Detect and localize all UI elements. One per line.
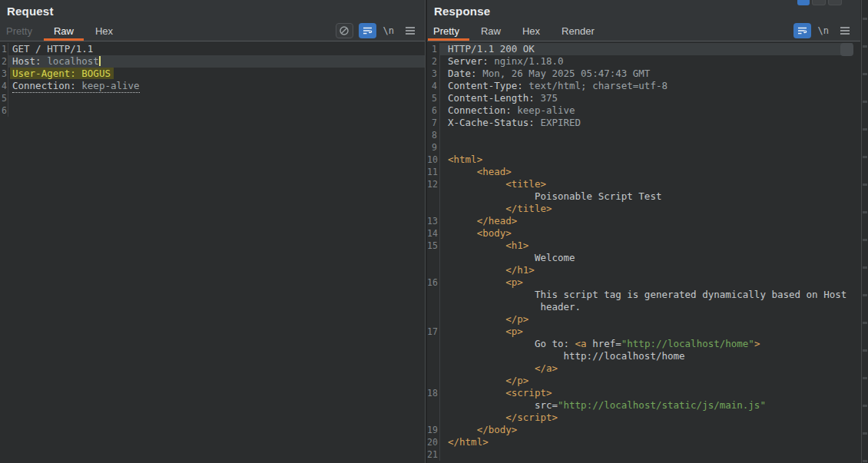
request-tab-hex[interactable]: Hex <box>84 21 124 41</box>
request-tab-raw[interactable]: Raw <box>43 21 84 41</box>
code-line[interactable]: </body> <box>440 424 853 436</box>
code-line[interactable]: Host: localhost <box>8 55 425 68</box>
code-line[interactable]: Go to: <a href="http://localhost/home"> <box>440 338 853 350</box>
code-segment: </h1> <box>505 264 535 276</box>
code-line[interactable]: </p> <box>440 375 853 387</box>
line-number: 18 <box>427 387 440 399</box>
line-number: 20 <box>427 436 440 448</box>
code-line[interactable] <box>8 92 425 104</box>
code-line[interactable]: http://localhost/home <box>440 350 853 362</box>
code-line[interactable]: Connection: keep-alive <box>440 104 853 117</box>
code-segment <box>448 424 477 435</box>
cropped-button-gray-1[interactable] <box>812 0 826 5</box>
code-line[interactable]: <script> <box>440 387 853 399</box>
newline-icon[interactable]: \n <box>817 25 830 36</box>
code-line[interactable]: <head> <box>440 166 853 178</box>
code-line[interactable]: <body> <box>440 227 853 240</box>
scrollbar-marker-strip[interactable] <box>861 0 868 463</box>
request-tabs: Pretty Raw Hex <box>0 21 124 41</box>
newline-icon[interactable]: \n <box>382 25 396 36</box>
response-tab-hex[interactable]: Hex <box>512 21 551 41</box>
scrollbar-thumb[interactable] <box>840 43 853 56</box>
code-segment <box>448 313 505 325</box>
code-segment: </p> <box>505 313 528 325</box>
code-row: 3User-Agent: BOGUS <box>0 68 425 80</box>
code-line[interactable]: header. <box>440 301 853 313</box>
code-segment: GET / HTTP/1.1 <box>12 43 93 55</box>
request-editor[interactable]: 1GET / HTTP/1.12Host: localhost3User-Age… <box>0 41 425 463</box>
code-segment: header. <box>448 301 581 313</box>
code-line[interactable]: src="http://localhost/static/js/main.js" <box>440 399 853 412</box>
line-number: 16 <box>427 276 440 289</box>
code-segment: <script> <box>505 387 552 399</box>
code-line[interactable]: <html> <box>440 154 853 166</box>
code-line[interactable]: Server: nginx/1.18.0 <box>440 55 853 68</box>
code-row: header. <box>427 301 853 313</box>
non-printable-toggle-icon[interactable] <box>336 23 353 38</box>
code-segment <box>448 412 505 423</box>
code-line[interactable]: Connection: keep-alive <box>8 80 425 92</box>
cropped-button-blue[interactable] <box>797 0 810 5</box>
code-row: 2Server: nginx/1.18.0 <box>427 55 853 68</box>
response-tab-raw[interactable]: Raw <box>470 21 512 41</box>
code-segment: <body> <box>477 227 512 239</box>
line-number <box>427 375 440 387</box>
cropped-button-gray-2[interactable] <box>828 0 842 5</box>
code-line[interactable]: </title> <box>440 203 853 215</box>
code-segment: </a> <box>535 362 558 374</box>
code-segment: Welcome <box>448 252 575 263</box>
response-editor[interactable]: 1HTTP/1.1 200 OK2Server: nginx/1.18.03Da… <box>427 41 853 463</box>
line-number: 6 <box>427 104 440 117</box>
code-row: 7X-Cache-Status: EXPIRED <box>427 117 853 129</box>
code-line[interactable]: GET / HTTP/1.1 <box>8 43 425 55</box>
code-line[interactable]: X-Cache-Status: EXPIRED <box>440 117 853 129</box>
line-number <box>427 313 440 326</box>
response-toolbar: \n <box>793 23 853 38</box>
code-line[interactable]: <h1> <box>440 240 853 252</box>
line-number <box>427 203 440 215</box>
code-row: </p> <box>427 375 853 387</box>
code-line[interactable]: </h1> <box>440 264 853 276</box>
code-line[interactable]: Poisonable Script Test <box>440 190 853 203</box>
line-number: 4 <box>0 80 8 92</box>
code-line[interactable]: <p> <box>440 276 853 289</box>
code-line[interactable] <box>440 141 853 154</box>
code-line[interactable]: </head> <box>440 215 853 227</box>
code-line[interactable]: <title> <box>440 178 853 190</box>
code-row: Welcome <box>427 252 853 264</box>
line-number: 5 <box>427 92 440 104</box>
word-wrap-icon[interactable] <box>793 23 811 38</box>
code-line[interactable]: </html> <box>440 436 853 448</box>
response-tab-pretty[interactable]: Pretty <box>427 21 470 41</box>
code-line[interactable]: HTTP/1.1 200 OK <box>440 43 853 55</box>
code-segment <box>448 166 477 177</box>
code-line[interactable]: Welcome <box>440 252 853 264</box>
code-line[interactable]: </script> <box>440 412 853 424</box>
code-segment: <head> <box>477 166 512 177</box>
code-line[interactable]: User-Agent: BOGUS <box>8 68 425 80</box>
code-row: src="http://localhost/static/js/main.js" <box>427 399 853 412</box>
line-number: 3 <box>427 68 440 80</box>
menu-icon[interactable] <box>401 23 419 38</box>
menu-icon[interactable] <box>836 23 853 38</box>
code-line[interactable] <box>440 129 853 141</box>
code-row: 2Host: localhost <box>0 55 425 68</box>
code-segment: <html> <box>448 154 482 165</box>
word-wrap-icon[interactable] <box>359 23 376 38</box>
code-line[interactable]: Content-Type: text/html; charset=utf-8 <box>440 80 853 92</box>
code-line[interactable]: Content-Length: 375 <box>440 92 853 104</box>
code-segment <box>448 203 505 214</box>
code-line[interactable] <box>8 104 425 117</box>
code-line[interactable] <box>440 448 853 461</box>
response-tab-render[interactable]: Render <box>551 21 605 41</box>
code-line[interactable]: </a> <box>440 362 853 375</box>
code-row: Poisonable Script Test <box>427 190 853 203</box>
code-segment: http://localhost/home <box>448 350 685 362</box>
code-line[interactable]: </p> <box>440 313 853 326</box>
code-line[interactable]: Date: Mon, 26 May 2025 05:47:43 GMT <box>440 68 853 80</box>
code-row: 13 </head> <box>427 215 853 227</box>
code-row: 20</html> <box>427 436 853 448</box>
code-line[interactable]: <p> <box>440 326 853 338</box>
code-line[interactable]: This script tag is generated dynamically… <box>440 289 853 301</box>
request-tab-pretty[interactable]: Pretty <box>0 21 43 41</box>
